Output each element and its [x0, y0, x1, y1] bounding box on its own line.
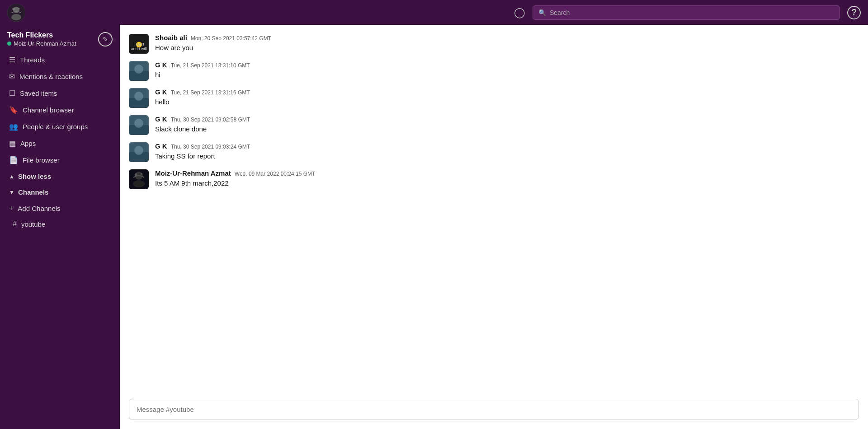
show-less-label: Show less — [18, 173, 51, 180]
sidebar-item-saved-label: Saved items — [20, 89, 57, 97]
table-row: Moiz-Ur-Rehman Azmat Wed, 09 Mar 2022 00… — [129, 169, 859, 189]
hash-icon: # — [13, 220, 17, 228]
help-button[interactable]: ? — [847, 6, 861, 19]
message-sender: G K — [155, 142, 167, 150]
threads-icon: ☰ — [9, 56, 15, 64]
message-header: Shoaib ali Mon, 20 Sep 2021 03:57:42 GMT — [155, 34, 271, 42]
message-time: Wed, 09 Mar 2022 00:24:15 GMT — [235, 171, 316, 177]
message-content: G K Thu, 30 Sep 2021 09:03:24 GMT Taking… — [155, 142, 250, 162]
message-text: Slack clone done — [155, 124, 250, 135]
sidebar-channel-youtube[interactable]: # youtube — [2, 217, 118, 231]
add-channels-item[interactable]: + Add Channels — [2, 201, 118, 216]
sidebar-item-mentions[interactable]: ✉ Mentions & reactions — [2, 69, 118, 84]
avatar: 🙂 I can and I will — [129, 34, 149, 54]
svg-point-3 — [12, 8, 15, 10]
message-text: How are you — [155, 43, 271, 53]
sidebar-item-threads[interactable]: ☰ Threads — [2, 52, 118, 68]
svg-point-21 — [134, 119, 143, 128]
avatar — [129, 142, 149, 162]
sidebar: Tech Flickers Moiz-Ur-Rehman Azmat ✎ ☰ T… — [0, 25, 120, 429]
svg-point-25 — [134, 146, 143, 155]
history-icon[interactable]: ◯ — [514, 7, 525, 19]
sidebar-item-saved[interactable]: ☐ Saved items — [2, 85, 118, 101]
topbar: ◯ 🔍 ? — [0, 0, 868, 25]
workspace-info: Tech Flickers Moiz-Ur-Rehman Azmat — [7, 31, 76, 47]
channels-label: Channels — [18, 188, 49, 196]
edit-button[interactable]: ✎ — [98, 32, 113, 47]
show-less-toggle[interactable]: ▲ Show less — [2, 169, 118, 184]
sidebar-item-threads-label: Threads — [20, 56, 45, 64]
main-layout: Tech Flickers Moiz-Ur-Rehman Azmat ✎ ☰ T… — [0, 25, 868, 429]
user-avatar[interactable] — [7, 4, 25, 22]
message-sender: G K — [155, 115, 167, 123]
svg-point-13 — [134, 65, 143, 74]
message-input-area — [120, 394, 868, 429]
message-content: G K Thu, 30 Sep 2021 09:02:58 GMT Slack … — [155, 115, 250, 135]
people-icon: 👥 — [9, 122, 18, 131]
search-input[interactable] — [550, 9, 834, 16]
svg-point-4 — [18, 8, 20, 9]
message-header: Moiz-Ur-Rehman Azmat Wed, 09 Mar 2022 00… — [155, 169, 315, 177]
message-sender: G K — [155, 61, 167, 69]
channel-browser-icon: 🔖 — [9, 106, 18, 114]
message-header: G K Tue, 21 Sep 2021 13:31:16 GMT — [155, 88, 250, 96]
table-row: G K Thu, 30 Sep 2021 09:02:58 GMT Slack … — [129, 115, 859, 135]
sidebar-item-channel-browser[interactable]: 🔖 Channel browser — [2, 102, 118, 118]
table-row: G K Tue, 21 Sep 2021 13:31:16 GMT hello — [129, 88, 859, 108]
message-time: Thu, 30 Sep 2021 09:02:58 GMT — [171, 117, 250, 123]
channels-section-header[interactable]: ▼ Channels — [2, 185, 118, 200]
table-row: G K Thu, 30 Sep 2021 09:03:24 GMT Taking… — [129, 142, 859, 162]
svg-text:I can: I can — [133, 41, 144, 47]
channels-chevron-icon: ▼ — [9, 189, 14, 196]
message-text: Taking SS for report — [155, 151, 250, 162]
message-time: Thu, 30 Sep 2021 09:03:24 GMT — [171, 144, 250, 150]
add-channels-label: Add Channels — [18, 205, 60, 212]
sidebar-item-file-browser-label: File browser — [23, 156, 60, 164]
online-status-dot — [7, 42, 11, 46]
message-header: G K Thu, 30 Sep 2021 09:03:24 GMT — [155, 142, 250, 150]
svg-point-28 — [133, 180, 145, 187]
avatar — [129, 115, 149, 135]
message-time: Mon, 20 Sep 2021 03:57:42 GMT — [191, 35, 271, 42]
sidebar-item-channel-browser-label: Channel browser — [23, 106, 74, 114]
search-bar[interactable]: 🔍 — [533, 5, 840, 20]
avatar — [129, 61, 149, 81]
file-browser-icon: 📄 — [9, 156, 18, 164]
messages-container: 🙂 I can and I will Shoaib ali Mon, 20 Se… — [120, 25, 868, 394]
workspace-user: Moiz-Ur-Rehman Azmat — [7, 40, 76, 47]
sidebar-item-apps[interactable]: ▦ Apps — [2, 135, 118, 151]
message-header: G K Thu, 30 Sep 2021 09:02:58 GMT — [155, 115, 250, 123]
workspace-header: Tech Flickers Moiz-Ur-Rehman Azmat ✎ — [0, 25, 120, 51]
message-text: hello — [155, 97, 250, 107]
message-sender: Moiz-Ur-Rehman Azmat — [155, 169, 231, 177]
table-row: 🙂 I can and I will Shoaib ali Mon, 20 Se… — [129, 34, 859, 54]
svg-text:and I will: and I will — [131, 47, 146, 51]
chevron-up-icon: ▲ — [9, 173, 14, 180]
saved-icon: ☐ — [9, 89, 15, 98]
search-icon: 🔍 — [538, 9, 546, 16]
sidebar-item-mentions-label: Mentions & reactions — [19, 73, 83, 80]
sidebar-item-people-label: People & user groups — [23, 123, 88, 131]
mentions-icon: ✉ — [9, 72, 15, 81]
message-time: Tue, 21 Sep 2021 13:31:10 GMT — [171, 62, 250, 69]
message-input[interactable] — [129, 399, 859, 420]
message-content: G K Tue, 21 Sep 2021 13:31:10 GMT hi — [155, 61, 250, 80]
message-text: hi — [155, 70, 250, 80]
table-row: G K Tue, 21 Sep 2021 13:31:10 GMT hi — [129, 61, 859, 81]
message-sender: G K — [155, 88, 167, 96]
workspace-user-name: Moiz-Ur-Rehman Azmat — [14, 40, 76, 47]
svg-point-29 — [135, 173, 137, 176]
svg-point-2 — [11, 14, 21, 20]
workspace-name: Tech Flickers — [7, 31, 76, 39]
sidebar-item-people[interactable]: 👥 People & user groups — [2, 119, 118, 135]
channel-youtube-name: youtube — [21, 220, 45, 228]
svg-point-30 — [141, 173, 142, 175]
message-sender: Shoaib ali — [155, 34, 187, 42]
message-header: G K Tue, 21 Sep 2021 13:31:10 GMT — [155, 61, 250, 69]
avatar — [129, 169, 149, 189]
svg-point-17 — [134, 92, 143, 101]
avatar — [129, 88, 149, 108]
sidebar-item-file-browser[interactable]: 📄 File browser — [2, 152, 118, 168]
apps-icon: ▦ — [9, 139, 16, 148]
message-text: Its 5 AM 9th march,2022 — [155, 178, 315, 189]
